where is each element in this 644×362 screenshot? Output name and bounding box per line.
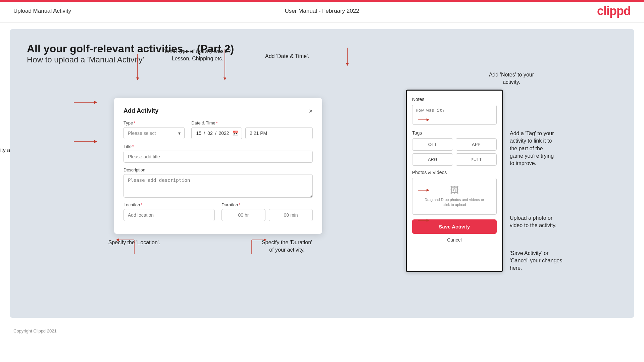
description-label: Description <box>123 167 313 172</box>
section-heading-subtitle: How to upload a 'Manual Activity' <box>27 55 617 64</box>
tag-app[interactable]: APP <box>456 138 497 151</box>
duration-hr-input[interactable] <box>221 209 265 221</box>
save-activity-button[interactable]: Save Activity <box>412 219 497 234</box>
modal-title: Add Activity <box>123 107 158 114</box>
cancel-button[interactable]: Cancel <box>447 237 462 243</box>
upload-icon: 🖼 <box>416 185 493 195</box>
type-select[interactable]: Please select <box>123 127 185 139</box>
section-heading-title: All your golf-relevant activities… (Part… <box>27 43 617 55</box>
annotation-give-title: Give your activity a'Title'. <box>0 147 10 162</box>
annotation-upload-right: Upload a photo orvideo to the activity. <box>510 214 617 229</box>
annotation-date-time: Add 'Date & Time'. <box>265 53 309 60</box>
upload-text: Drag and Drop photos and videos orclick … <box>416 197 493 208</box>
brand-logo: clippd <box>597 4 631 18</box>
location-input[interactable] <box>123 209 215 221</box>
copyright-text: Copyright Clippd 2021 <box>0 324 644 338</box>
tags-label: Tags <box>412 130 497 136</box>
duration-min-input[interactable] <box>269 209 313 221</box>
date-day-input[interactable] <box>195 131 202 136</box>
photos-label: Photos & Videos <box>412 170 497 175</box>
modal-close-button[interactable]: × <box>309 108 313 114</box>
document-subtitle: User Manual - February 2022 <box>285 8 359 14</box>
type-label: Type* <box>123 120 185 125</box>
page-title: Upload Manual Activity <box>13 8 71 14</box>
annotation-tag-right: Add a 'Tag' to youractivity to link it t… <box>510 130 617 167</box>
time-input[interactable] <box>245 127 313 139</box>
upload-area[interactable]: 🖼 Drag and Drop photos and videos orclic… <box>412 178 497 215</box>
tag-ott[interactable]: OTT <box>412 138 453 151</box>
annotation-notes-top: Add 'Notes' to youractivity. <box>406 71 617 86</box>
tag-putt[interactable]: PUTT <box>456 153 497 166</box>
add-activity-modal: Add Activity × Type* <box>114 98 322 234</box>
calendar-icon: 📅 <box>233 131 238 136</box>
annotation-location: Specify the 'Location'. <box>101 239 168 254</box>
annotation-what-type: What type of activity was it?Lesson, Chi… <box>164 48 231 63</box>
notes-textarea[interactable] <box>412 105 497 125</box>
duration-label: Duration* <box>221 202 313 207</box>
location-label: Location* <box>123 202 215 207</box>
datetime-label: Date & Time* <box>191 120 313 125</box>
title-input[interactable] <box>123 151 313 163</box>
tag-arg[interactable]: ARG <box>412 153 453 166</box>
annotation-duration: Specify the 'Duration'of your activity. <box>242 239 332 254</box>
title-label: Title* <box>123 144 313 149</box>
phone-mockup: Notes Tags OTT APP ARG PUTT Photos & Vid… <box>406 90 503 272</box>
description-textarea[interactable] <box>123 174 313 198</box>
annotation-save-right: 'Save Activity' or'Cancel' your changesh… <box>510 250 617 272</box>
date-year-input[interactable] <box>218 131 230 136</box>
date-month-input[interactable] <box>206 131 214 136</box>
notes-label: Notes <box>412 97 497 102</box>
